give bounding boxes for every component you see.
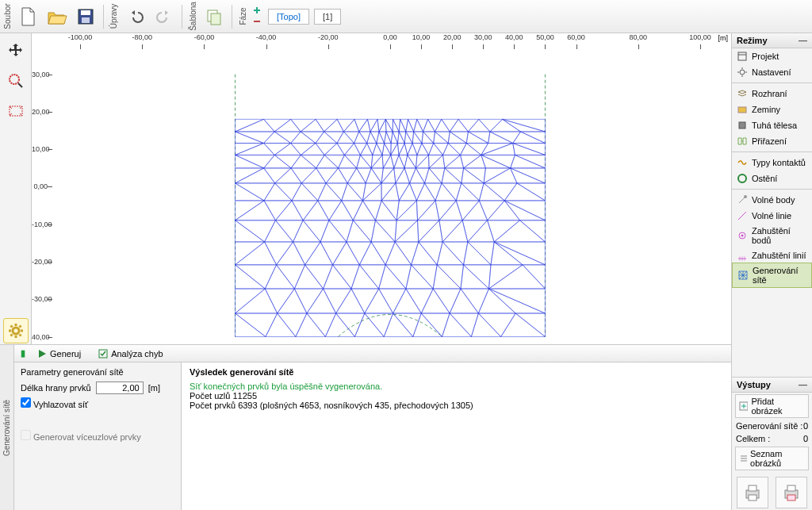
edge-length-label: Délka hrany prvků <box>21 383 91 393</box>
x-tick: 50,00 <box>529 33 561 41</box>
canvas-area[interactable]: [m] -100,00-80,00-60,00-40,00-20,000,001… <box>32 33 731 344</box>
svg-rect-4 <box>211 13 220 25</box>
magnifier-icon <box>7 72 25 90</box>
pan-tool[interactable] <box>3 38 29 63</box>
template-icon <box>205 8 223 25</box>
x-tick: 30,00 <box>467 33 499 41</box>
add-picture-icon <box>739 401 748 411</box>
results-success: Síť konečných prvků byla úspěšně vygener… <box>190 382 723 391</box>
bottom-tab[interactable]: Generování sítě <box>0 345 14 510</box>
lining-icon <box>737 173 748 184</box>
menu-sablona[interactable]: Šablona <box>186 2 200 32</box>
results-elems: Počet prvků 6393 (plošných 4653, nosníko… <box>190 401 723 410</box>
mode-soil[interactable]: Zeminy <box>732 102 812 117</box>
mode-lining[interactable]: Ostění <box>732 171 812 186</box>
fit-icon <box>7 102 25 120</box>
y-tick: -30,00 <box>32 295 48 303</box>
edge-length-input[interactable] <box>96 382 144 394</box>
svg-point-10 <box>13 328 19 334</box>
fit-tool[interactable] <box>3 98 29 124</box>
multinode-checkbox-label[interactable]: Generovat víceuzlové prvky <box>21 430 141 442</box>
svg-rect-24 <box>749 495 756 500</box>
dpoint-icon <box>737 230 748 241</box>
svg-rect-15 <box>739 122 745 128</box>
y-tick: 40,00 <box>32 333 48 341</box>
phase-remove-icon[interactable] <box>252 17 263 27</box>
redo-button[interactable] <box>151 2 178 31</box>
y-tick: 30,00 <box>32 71 48 79</box>
menu-faze[interactable]: Fáze <box>236 2 250 32</box>
collapse-icon[interactable]: — <box>799 380 807 389</box>
collapse-icon[interactable]: — <box>799 36 807 45</box>
mode-gear[interactable]: Nastavení <box>732 64 812 80</box>
mode-rigid[interactable]: Tuhá tělesa <box>732 117 812 133</box>
x-tick: 20,00 <box>436 33 468 41</box>
play-icon <box>37 349 47 359</box>
params-pane: Parametry generování sítě Délka hrany pr… <box>14 362 181 510</box>
mode-dpoint[interactable]: Zahuštění bodů <box>732 224 812 247</box>
svg-point-16 <box>738 174 746 182</box>
move-icon <box>7 42 25 59</box>
ruler-y: 30,0020,0010,000,00-10,00-20,00-30,0040,… <box>32 56 49 344</box>
phase-add-icon[interactable] <box>252 6 263 16</box>
picture-list-button[interactable]: Seznam obrázků <box>735 447 809 470</box>
svg-rect-26 <box>787 485 795 491</box>
mode-assign[interactable]: Přiřazení <box>732 133 812 149</box>
mode-contact[interactable]: Typy kontaktů <box>732 155 812 171</box>
results-pane: Výsledek generování sítě Síť konečných p… <box>181 362 731 510</box>
x-tick: -60,00 <box>188 33 220 41</box>
fline-icon <box>737 210 748 221</box>
analyze-button[interactable]: Analýza chyb <box>93 347 168 361</box>
svg-rect-2 <box>82 17 90 23</box>
svg-point-17 <box>744 195 747 198</box>
mode-dline[interactable]: Zahuštění linií <box>732 247 812 263</box>
undo-button[interactable] <box>122 2 149 31</box>
redo-icon <box>155 8 173 25</box>
mode-fpoint[interactable]: Volné body <box>732 192 812 208</box>
zoom-tool[interactable] <box>3 68 29 94</box>
mesh-plot <box>49 56 731 344</box>
generate-button[interactable]: Generuj <box>32 347 86 361</box>
menu-soubor[interactable]: Soubor <box>0 2 14 32</box>
mode-fline[interactable]: Volné linie <box>732 208 812 224</box>
x-tick: 10,00 <box>405 33 437 41</box>
svg-rect-6 <box>254 10 260 11</box>
modes-header: Režimy— <box>732 33 812 48</box>
layers-icon <box>737 88 748 99</box>
outputs-header: Výstupy— <box>732 378 812 393</box>
gear-icon <box>7 322 25 339</box>
smooth-checkbox-label[interactable]: Vyhlazovat síť <box>21 397 88 409</box>
menu-upravy[interactable]: Úpravy <box>107 2 121 32</box>
mode-proj[interactable]: Projekt <box>732 48 812 64</box>
x-tick: 80,00 <box>622 33 654 41</box>
top-toolbar: Soubor Úpravy Šablona Fáze [Topo] [1] <box>0 0 812 33</box>
phase-1[interactable]: [1] <box>314 9 341 25</box>
gear-icon <box>737 67 748 78</box>
x-tick: -100,00 <box>64 33 96 41</box>
smooth-checkbox[interactable] <box>21 397 31 408</box>
save-button[interactable] <box>72 2 99 31</box>
mode-layers[interactable]: Rozhraní <box>732 86 812 102</box>
mode-mesh[interactable]: Generování sítě <box>732 263 812 288</box>
print-button[interactable] <box>737 477 768 508</box>
edge-length-unit: [m] <box>148 383 160 393</box>
y-tick: 0,00 <box>32 182 48 190</box>
svg-point-8 <box>10 75 19 84</box>
phase-topo[interactable]: [Topo] <box>268 9 309 25</box>
results-nodes: Počet uzlů 11255 <box>190 391 723 401</box>
proj-icon <box>737 51 748 62</box>
params-title: Parametry generování sítě <box>21 367 174 377</box>
open-file-button[interactable] <box>44 2 71 31</box>
new-file-button[interactable] <box>15 2 42 31</box>
status-ok-icon: ▮ <box>21 348 25 359</box>
x-tick: -80,00 <box>126 33 158 41</box>
settings-tool[interactable] <box>3 318 29 343</box>
add-picture-button[interactable]: Přidat obrázek <box>735 394 809 418</box>
file-new-icon <box>20 6 37 27</box>
contact-icon <box>737 157 748 168</box>
printer-color-icon <box>781 482 802 503</box>
print-color-button[interactable] <box>776 477 807 508</box>
svg-rect-14 <box>738 107 746 113</box>
template-button[interactable] <box>201 2 228 31</box>
x-tick: -20,00 <box>312 33 344 41</box>
